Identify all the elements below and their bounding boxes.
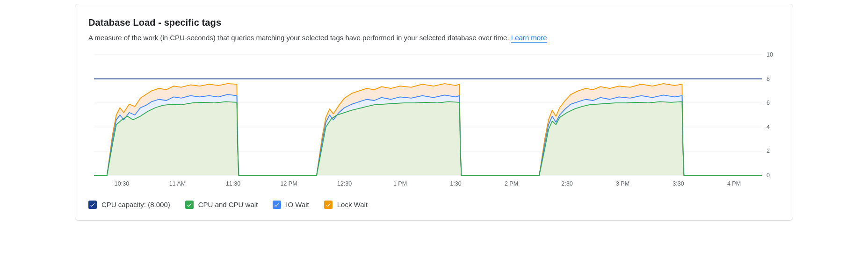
learn-more-link[interactable]: Learn more [511,34,547,43]
svg-text:0: 0 [767,172,770,179]
legend-item-cpu-wait[interactable]: CPU and CPU wait [185,201,258,209]
checkbox-icon [324,201,333,209]
svg-text:11 AM: 11 AM [169,180,186,187]
svg-text:2: 2 [767,148,770,154]
legend-item-lock-wait[interactable]: Lock Wait [324,201,368,209]
svg-text:1 PM: 1 PM [393,180,407,187]
svg-text:4 PM: 4 PM [727,180,741,187]
svg-text:4: 4 [767,123,770,130]
chart-legend: CPU capacity: (8.000) CPU and CPU wait I… [88,201,780,209]
checkbox-icon [185,201,194,209]
checkbox-icon [273,201,281,209]
svg-text:6: 6 [767,100,770,106]
card-title: Database Load - specific tags [88,17,780,28]
svg-text:3:30: 3:30 [673,180,684,187]
svg-text:12:30: 12:30 [337,180,352,187]
database-load-card: Database Load - specific tags A measure … [75,4,793,221]
database-load-chart: 024681010:3011 AM11:3012 PM12:301 PM1:30… [88,52,781,192]
legend-item-cpu-capacity[interactable]: CPU capacity: (8.000) [88,201,170,209]
card-subtitle: A measure of the work (in CPU-seconds) t… [88,33,780,43]
svg-text:11:30: 11:30 [226,180,240,187]
legend-label: CPU and CPU wait [198,201,258,208]
svg-text:10: 10 [767,52,773,58]
svg-text:1:30: 1:30 [450,180,461,187]
svg-text:10:30: 10:30 [115,180,129,187]
subtitle-text: A measure of the work (in CPU-seconds) t… [88,34,511,42]
legend-label: Lock Wait [337,201,368,208]
svg-text:3 PM: 3 PM [616,180,629,187]
svg-text:12 PM: 12 PM [280,180,297,187]
svg-text:2:30: 2:30 [561,180,572,187]
svg-text:2 PM: 2 PM [505,180,518,187]
legend-item-io-wait[interactable]: IO Wait [273,201,309,209]
svg-text:8: 8 [767,75,770,82]
legend-label: CPU capacity: (8.000) [101,201,170,208]
chart-container: 024681010:3011 AM11:3012 PM12:301 PM1:30… [88,52,780,192]
legend-label: IO Wait [286,201,309,208]
checkbox-icon [88,201,97,209]
